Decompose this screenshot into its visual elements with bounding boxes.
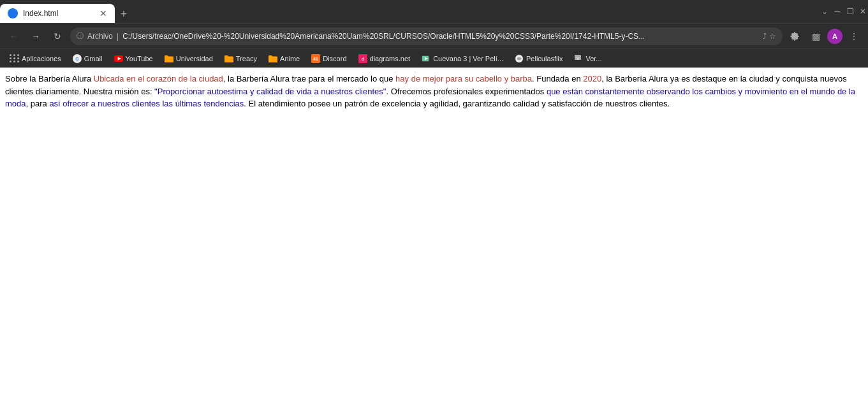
sidebar-button[interactable]: ▩ <box>807 27 825 45</box>
bookmark-cuevana[interactable]: Cuevana 3 | Ver Pelí... <box>416 52 508 66</box>
folder-icon-anime <box>268 54 277 63</box>
svg-text:G: G <box>75 56 79 61</box>
address-text: C:/Users/treac/OneDrive%20-%20Universida… <box>122 32 759 41</box>
bookmark-discord[interactable]: 41 Discord <box>306 52 351 66</box>
bookmark-ver-label: Ver... <box>585 55 601 62</box>
bookmark-gmail[interactable]: G Gmail <box>68 52 108 66</box>
text-atendimiento: . El atendimiento posee un patrón de exc… <box>244 99 670 108</box>
bookmark-anime[interactable]: Anime <box>263 52 305 66</box>
bookmark-peliculasflix-label: Peliculasflix <box>526 55 563 62</box>
title-bar: Index.html ✕ + ⌄ – ❐ ✕ <box>0 0 868 23</box>
address-bar[interactable]: ⓘ Archivo | C:/Users/treac/OneDrive%20-%… <box>70 27 783 45</box>
bookmark-universidad-label: Universidad <box>176 55 213 62</box>
bookmark-aplicaciones[interactable]: Aplicaciones <box>5 52 66 66</box>
profile-avatar[interactable]: A <box>827 29 842 44</box>
page-text: Sobre la Barbería Alura Ubicada en el co… <box>5 73 863 110</box>
address-separator: | <box>117 32 119 41</box>
close-button[interactable]: ✕ <box>858 6 868 17</box>
active-tab[interactable]: Index.html ✕ <box>0 4 115 23</box>
bookmark-cuevana-label: Cuevana 3 | Ver Pelí... <box>433 55 503 62</box>
diagrams-icon: d <box>358 54 367 63</box>
folder-icon-universidad <box>165 54 173 63</box>
tab-strip: Index.html ✕ + <box>0 0 820 23</box>
text-fundada: . Fundada en <box>532 74 583 83</box>
apps-icon <box>10 54 19 63</box>
share-icon[interactable]: ⤴ <box>763 32 767 41</box>
nav-right: ▩ A ⋮ <box>786 27 863 45</box>
bookmark-universidad[interactable]: Universidad <box>159 52 218 66</box>
browser-window: Index.html ✕ + ⌄ – ❐ ✕ ← → ↻ ⓘ Archivo |… <box>0 0 868 411</box>
bookmark-treacy[interactable]: Treacy <box>219 52 262 66</box>
text-para-asi: , para <box>26 99 50 108</box>
svg-text:41: 41 <box>313 56 318 61</box>
tab-close-button[interactable]: ✕ <box>99 9 107 18</box>
window-controls: ⌄ – ❐ ✕ <box>820 6 868 17</box>
gmail-icon: G <box>73 54 82 63</box>
bookmark-peliculasflix[interactable]: Peliculasflix <box>510 52 568 66</box>
bookmark-treacy-label: Treacy <box>236 55 257 62</box>
bookmark-diagrams-label: diagrams.net <box>370 55 411 62</box>
bookmark-youtube[interactable]: YouTube <box>109 52 158 66</box>
ver-icon: V <box>574 54 583 63</box>
security-icon: ⓘ <box>77 31 84 41</box>
text-2020: 2020 <box>583 74 601 83</box>
text-mision: "Proporcionar autoestima y calidad de vi… <box>154 87 386 96</box>
cuevana-icon <box>422 54 430 63</box>
discord-icon: 41 <box>311 54 320 63</box>
forward-button[interactable]: → <box>27 27 45 45</box>
bookmark-anime-label: Anime <box>280 55 300 62</box>
youtube-icon <box>114 54 123 63</box>
bookmark-gmail-label: Gmail <box>84 55 103 62</box>
text-sobre: Sobre la Barbería Alura <box>5 74 94 83</box>
tab-title: Index.html <box>23 9 94 18</box>
peliculasflix-icon <box>515 54 524 63</box>
text-asi: así ofrecer a nuestros clientes las últi… <box>49 99 244 108</box>
bookmark-ver[interactable]: V Ver... <box>569 52 607 66</box>
maximize-button[interactable]: ❐ <box>845 6 855 17</box>
text-ofrecemos: . Ofrecemos profesionales experimentados <box>386 87 546 96</box>
bookmark-star-icon[interactable]: ☆ <box>769 32 776 41</box>
folder-icon-treacy <box>224 54 233 63</box>
menu-button[interactable]: ⋮ <box>845 27 863 45</box>
bookmarks-bar: Aplicaciones G Gmail YouTube <box>0 48 868 68</box>
text-barberia1: , la Barbería Alura trae para el mercado… <box>223 74 395 83</box>
new-tab-button[interactable]: + <box>115 5 133 23</box>
text-ubicada: Ubicada en el corazón de la ciudad <box>94 74 223 83</box>
extensions-button[interactable] <box>786 27 804 45</box>
nav-bar: ← → ↻ ⓘ Archivo | C:/Users/treac/OneDriv… <box>0 23 868 48</box>
bookmark-aplicaciones-label: Aplicaciones <box>22 55 61 62</box>
reload-button[interactable]: ↻ <box>48 27 66 45</box>
svg-text:d: d <box>362 56 364 61</box>
address-actions: ⤴ ☆ <box>763 32 776 41</box>
tab-list-button[interactable]: ⌄ <box>820 6 830 17</box>
archive-label: Archivo <box>87 32 113 41</box>
text-hay: hay de mejor para su cabello y barba <box>395 74 532 83</box>
bookmark-youtube-label: YouTube <box>126 55 153 62</box>
tab-favicon <box>8 8 18 18</box>
back-button[interactable]: ← <box>5 27 23 45</box>
bookmark-diagrams[interactable]: d diagrams.net <box>353 52 416 66</box>
page-content: Sobre la Barbería Alura Ubicada en el co… <box>0 68 868 411</box>
minimize-button[interactable]: – <box>832 6 842 17</box>
svg-text:V: V <box>577 56 580 61</box>
bookmark-discord-label: Discord <box>323 55 346 62</box>
